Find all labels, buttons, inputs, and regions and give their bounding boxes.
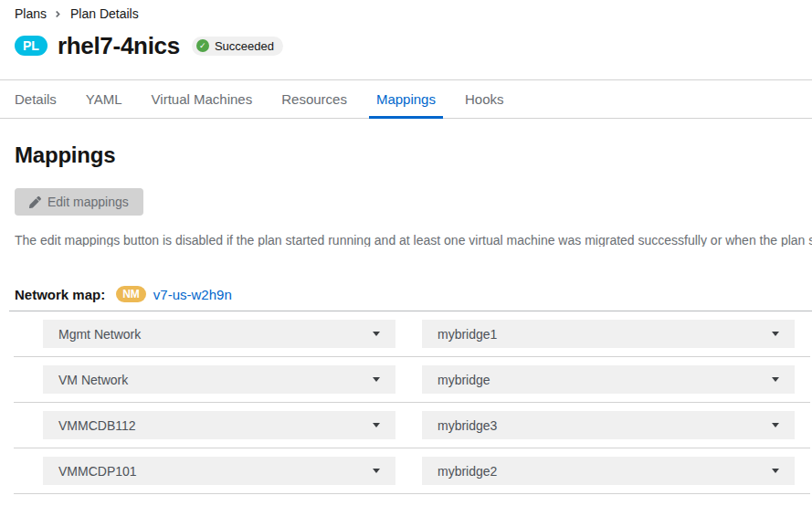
page-title: rhel7-4nics xyxy=(58,32,180,60)
caret-down-icon xyxy=(772,332,779,336)
caret-down-icon xyxy=(373,332,380,336)
network-mappings-list: Mgmt Network mybridge1 VM Network mybrid… xyxy=(14,311,810,494)
target-network-value: mybridge2 xyxy=(438,464,497,479)
chevron-right-icon xyxy=(55,8,62,19)
check-circle-icon: ✓ xyxy=(196,39,209,52)
mappings-tab-content: Mappings Edit mappings The edit mappings… xyxy=(0,144,812,494)
tab-yaml[interactable]: YAML xyxy=(79,80,130,118)
edit-mappings-label: Edit mappings xyxy=(47,195,129,209)
source-network-select[interactable]: VMMCDP101 xyxy=(43,457,395,485)
source-network-select[interactable]: VMMCDB112 xyxy=(43,411,395,439)
mapping-row: VMMCDB112 mybridge3 xyxy=(14,403,810,448)
status-label: Succeeded xyxy=(215,39,274,53)
breadcrumb: Plans Plan Details xyxy=(0,0,812,22)
caret-down-icon xyxy=(373,423,380,427)
caret-down-icon xyxy=(772,469,779,473)
source-network-select[interactable]: Mgmt Network xyxy=(43,320,395,348)
caret-down-icon xyxy=(373,469,380,473)
breadcrumb-plans-link[interactable]: Plans xyxy=(15,6,47,21)
target-network-value: mybridge xyxy=(438,373,490,387)
network-map-label: Network map: xyxy=(15,287,105,302)
source-network-value: VM Network xyxy=(58,373,128,387)
edit-disabled-note: The edit mappings button is disabled if … xyxy=(15,234,812,247)
target-network-value: mybridge1 xyxy=(438,327,497,342)
source-network-select[interactable]: VM Network xyxy=(43,365,395,394)
status-badge: ✓ Succeeded xyxy=(192,37,283,56)
target-network-select[interactable]: mybridge3 xyxy=(422,411,795,439)
mapping-row: VM Network mybridge xyxy=(14,357,810,403)
edit-mappings-button[interactable]: Edit mappings xyxy=(15,188,143,216)
page-header: PL rhel7-4nics ✓ Succeeded xyxy=(0,22,812,60)
target-network-select[interactable]: mybridge1 xyxy=(422,320,795,348)
tab-bar: Details YAML Virtual Machines Resources … xyxy=(0,79,812,119)
network-map-row: Network map: NM v7-us-w2h9n xyxy=(15,285,812,303)
mapping-row: VMMCDP101 mybridge2 xyxy=(14,448,810,494)
plan-type-badge: PL xyxy=(15,36,47,56)
source-network-value: VMMCDB112 xyxy=(58,418,136,433)
target-network-value: mybridge3 xyxy=(438,418,497,433)
tab-virtual-machines[interactable]: Virtual Machines xyxy=(144,80,260,118)
caret-down-icon xyxy=(373,377,380,382)
target-network-select[interactable]: mybridge2 xyxy=(422,457,795,485)
network-map-badge: NM xyxy=(116,286,146,302)
source-network-value: VMMCDP101 xyxy=(58,464,137,479)
tab-details[interactable]: Details xyxy=(7,80,64,118)
caret-down-icon xyxy=(772,377,779,382)
caret-down-icon xyxy=(772,423,779,427)
target-network-select[interactable]: mybridge xyxy=(422,365,795,394)
network-map-link[interactable]: v7-us-w2h9n xyxy=(153,287,232,302)
tab-resources[interactable]: Resources xyxy=(274,80,354,118)
tab-mappings[interactable]: Mappings xyxy=(369,80,443,118)
tab-hooks[interactable]: Hooks xyxy=(458,80,511,118)
breadcrumb-current-page: Plan Details xyxy=(70,6,139,21)
pencil-icon xyxy=(29,196,41,208)
mapping-row: Mgmt Network mybridge1 xyxy=(14,311,810,357)
section-heading: Mappings xyxy=(15,144,797,166)
source-network-value: Mgmt Network xyxy=(58,327,141,342)
plan-details-page: Plans Plan Details PL rhel7-4nics ✓ Succ… xyxy=(0,0,812,506)
